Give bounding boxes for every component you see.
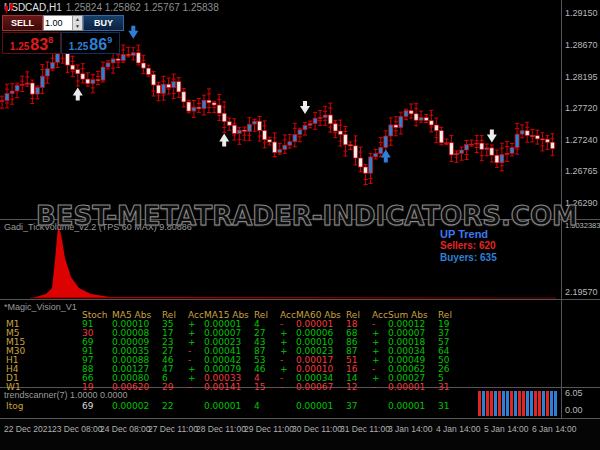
sellers-count: Sellers: 620 xyxy=(440,240,497,252)
time-label: 29 Dec 11:00 xyxy=(244,424,294,434)
lot-size-box: ▲ ▼ xyxy=(43,15,83,31)
table-cell: 31 xyxy=(438,402,464,411)
time-label: 3 Jan 14:00 xyxy=(388,424,432,434)
ma-table-row: Itog690.00002220.0000140.00001370.000013… xyxy=(6,402,464,411)
sell-price[interactable]: 1.25 83 8 xyxy=(2,32,61,54)
table-cell: 15 xyxy=(254,383,280,392)
time-label: 28 Dec 11:00 xyxy=(196,424,246,434)
time-label: 30 Dec 11:00 xyxy=(292,424,342,434)
time-label: 23 Dec 08:00 xyxy=(52,424,103,434)
buyers-count: Buyers: 635 xyxy=(440,252,497,264)
row-label: Itog xyxy=(6,402,82,411)
table-cell: 0.00002 xyxy=(112,402,162,411)
price-label: 1.27720 xyxy=(565,103,598,113)
table-cell: 22 xyxy=(162,402,188,411)
table-cell: 0.00001 xyxy=(388,402,438,411)
table-cell: 31 xyxy=(438,383,464,392)
time-axis[interactable]: 22 Dec 202123 Dec 08:0024 Dec 08:0027 De… xyxy=(0,418,600,450)
chart-title: USDCAD,H1 1.25824 1.25862 1.25767 1.2583… xyxy=(4,2,219,13)
table-cell: - xyxy=(188,383,204,392)
time-label: 4 Jan 14:00 xyxy=(436,424,480,434)
trend-info: UP Trend Sellers: 620 Buyers: 635 xyxy=(440,228,497,264)
table-cell: 0.00620 xyxy=(112,383,162,392)
table-cell: 19 xyxy=(82,383,112,392)
buy-price-pip: 9 xyxy=(107,35,112,45)
lot-spin-up-icon[interactable]: ▲ xyxy=(72,16,82,23)
buy-price-big: 86 xyxy=(89,37,107,52)
price-label: 0.00 xyxy=(565,405,583,415)
time-label: 6 Jan 14:00 xyxy=(532,424,576,434)
table-cell: 69 xyxy=(82,402,112,411)
row-label: W1 xyxy=(6,383,82,392)
table-cell xyxy=(372,402,388,411)
time-label: 24 Dec 08:00 xyxy=(100,424,151,434)
price-label: 2.19570 xyxy=(565,287,598,297)
table-cell: 0.00067 xyxy=(296,383,346,392)
sell-button[interactable]: SELL xyxy=(2,15,43,31)
buy-price[interactable]: 1.25 86 9 xyxy=(61,32,120,54)
sell-price-big: 83 xyxy=(30,37,48,52)
lot-input[interactable] xyxy=(44,16,72,30)
table-cell: 37 xyxy=(346,402,372,411)
time-label: 22 Dec 2021 xyxy=(4,424,52,434)
mt4-chart-window: BEST-METATRADER-INDICATORS.COM USDCAD,H1… xyxy=(0,0,600,450)
time-label: 5 Jan 14:00 xyxy=(484,424,528,434)
watermark: BEST-METATRADER-INDICATORS.COM xyxy=(36,201,578,231)
table-cell: 0.00001 xyxy=(388,383,438,392)
sell-price-pip: 8 xyxy=(48,35,53,45)
table-cell xyxy=(280,402,296,411)
price-label: 1.27240 xyxy=(565,135,598,145)
trend-status: UP Trend xyxy=(440,228,497,240)
table-cell: - xyxy=(372,383,388,392)
table-cell xyxy=(188,402,204,411)
candlestick-icon xyxy=(4,3,14,13)
lot-spinner: ▲ ▼ xyxy=(72,16,82,30)
price-label: 1.28670 xyxy=(565,40,598,50)
price-label: 1.28195 xyxy=(565,72,598,82)
time-label: 31 Dec 11:00 xyxy=(340,424,390,434)
table-cell: 12 xyxy=(346,383,372,392)
sell-price-prefix: 1.25 xyxy=(10,41,29,52)
price-label: 1.26765 xyxy=(565,166,598,176)
table-cell: 0.00001 xyxy=(204,402,254,411)
time-label: 27 Dec 11:00 xyxy=(148,424,198,434)
lot-spin-down-icon[interactable]: ▼ xyxy=(72,23,82,30)
table-cell: 4 xyxy=(254,402,280,411)
table-cell: 29 xyxy=(162,383,188,392)
buy-price-prefix: 1.25 xyxy=(69,41,88,52)
buy-button[interactable]: BUY xyxy=(83,15,124,31)
table-cell: 0.00001 xyxy=(296,402,346,411)
price-label: 1.29150 xyxy=(565,8,598,18)
ma-table-row: W1190.0062029-0.0014115-0.0006712-0.0000… xyxy=(6,383,464,392)
table-cell: - xyxy=(280,383,296,392)
price-label: 6.05 xyxy=(565,388,583,398)
ohlc-values: 1.25824 1.25862 1.25767 1.25838 xyxy=(66,2,219,13)
table-cell: 0.00141 xyxy=(204,383,254,392)
one-click-trading-widget: SELL ▲ ▼ BUY 1.25 83 8 1.25 86 9 xyxy=(2,15,124,54)
